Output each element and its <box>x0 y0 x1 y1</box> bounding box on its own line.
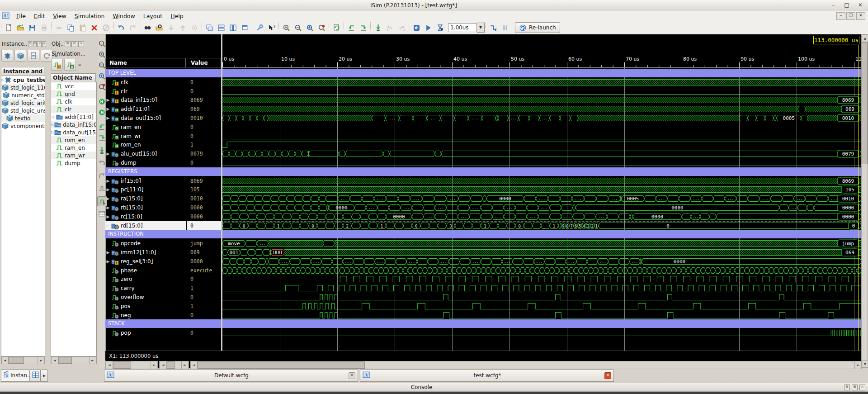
waveform-rc[interactable]: 0000..................0000...0000 <box>222 212 861 221</box>
waveform-reg_sel[interactable]: ....................................0000 <box>222 257 861 266</box>
signal-row-clk[interactable]: Iclk <box>105 78 186 87</box>
expander-icon[interactable]: ▶ <box>105 196 111 201</box>
group-divider-top-level[interactable]: TOP LEVEL <box>105 69 189 77</box>
wave-tool-zoomout-button[interactable] <box>97 61 106 70</box>
object-item-data_in[interactable]: ▷data_in[15:0] <box>51 121 96 128</box>
value-hscrollbar[interactable]: ◄ ► <box>159 361 189 369</box>
objects-tool-outputs-button[interactable]: O <box>64 59 76 71</box>
expander-icon[interactable]: ▷ <box>105 223 111 228</box>
wave-tool-undosm-button[interactable] <box>97 158 106 167</box>
waveform-addr[interactable]: 069 <box>222 104 861 114</box>
panel-close-icon[interactable]: × <box>78 41 84 47</box>
waveform-dump[interactable] <box>222 158 861 167</box>
object-item-data_out[interactable]: ▷data_out[15:0] <box>51 128 96 136</box>
signal-row-carry[interactable]: ·carry <box>105 284 186 293</box>
signal-row-data_out[interactable]: ▶Odata_out[15:0] <box>105 114 186 123</box>
waveform-alu_out[interactable]: 0079 <box>222 149 861 158</box>
wave-tool-toend-button[interactable] <box>97 108 106 117</box>
panel-close-icon[interactable]: × <box>42 41 46 47</box>
signal-row-reg_sel[interactable]: ▶Ireg_sel[3:0] <box>105 257 186 266</box>
scroll-left-icon[interactable]: ◄ <box>190 361 198 369</box>
expander-icon[interactable]: ▷ <box>51 115 56 119</box>
waveform-phase[interactable] <box>222 266 861 275</box>
waveform-data_out[interactable]: ...............00050010 <box>222 114 861 123</box>
signal-row-pos[interactable]: ·pos <box>105 302 186 311</box>
signal-row-rom_en[interactable]: Orom_en <box>105 140 186 149</box>
relaunch-button[interactable]: Re-launch <box>515 22 560 33</box>
signal-row-ram_en[interactable]: Oram_en <box>105 123 186 132</box>
waveform-pop[interactable] <box>222 328 861 337</box>
scroll-left-icon[interactable]: ◄ <box>106 361 113 369</box>
waveform-neg[interactable] <box>222 311 861 320</box>
object-item-rom_en[interactable]: rom_en <box>51 136 96 144</box>
cascade-windows-button[interactable] <box>203 22 215 33</box>
time-cursor-line[interactable] <box>859 45 859 351</box>
tile-vertical-button[interactable] <box>227 22 239 33</box>
copy-button[interactable] <box>65 22 76 33</box>
waveform-ram_en[interactable] <box>222 123 861 132</box>
run-all-button[interactable] <box>422 22 434 33</box>
tab-overflow-arrow[interactable]: ▶ <box>41 369 48 382</box>
zoom-in-button[interactable] <box>280 22 292 33</box>
mdi-minimize-icon[interactable]: – <box>836 12 845 20</box>
waveform-clr[interactable] <box>222 87 861 96</box>
waveform-rd[interactable]: 010210310198765432100 <box>222 221 861 230</box>
signal-row-data_in[interactable]: ▶Idata_in[15:0] <box>105 95 186 104</box>
float-icon[interactable]: ↗ <box>38 41 41 47</box>
object-item-clr[interactable]: clr <box>51 105 96 113</box>
wave-tool-tablegrid-button[interactable] <box>97 209 106 218</box>
signal-row-addr[interactable]: ▶Oaddr[11:0] <box>105 104 186 114</box>
expander-icon[interactable]: ▶ <box>105 107 111 111</box>
signal-row-opcode[interactable]: ·opcode <box>105 239 186 248</box>
run-time-value[interactable]: 1.00us <box>448 23 477 32</box>
maximize-icon[interactable]: □ <box>841 1 853 9</box>
menu-simulation[interactable]: Simulation <box>71 12 109 20</box>
waveform-data_in[interactable]: 8069 <box>222 95 861 104</box>
object-item-dump[interactable]: dump <box>51 159 96 167</box>
scroll-up-icon[interactable]: ▲ <box>862 35 868 42</box>
waveform-ra[interactable]: ............0000.........0005...........… <box>222 194 861 203</box>
expander-icon[interactable]: ▶ <box>105 179 111 183</box>
waveform-carry[interactable] <box>222 284 861 293</box>
float-window-button[interactable] <box>239 22 250 33</box>
signal-row-phase[interactable]: ·phase <box>105 266 186 275</box>
scroll-left-icon[interactable]: ◄ <box>160 361 167 369</box>
open-button[interactable] <box>14 22 26 33</box>
instance-item-cpu_testbench[interactable]: ▷cpu_testbench <box>1 76 45 84</box>
wave-hscrollbar[interactable]: ◄ ► <box>190 361 862 369</box>
undock-icon[interactable]: ⊟ <box>33 41 37 47</box>
waveform-clk[interactable] <box>222 78 861 87</box>
undock-icon[interactable]: ⊟ <box>71 41 77 47</box>
console-restore-icon[interactable]: ⊟ <box>844 385 850 390</box>
signal-row-neg[interactable]: ·neg <box>105 311 186 320</box>
scroll-left-icon[interactable]: ◄ <box>1 356 9 364</box>
expander-icon[interactable]: ▶ <box>105 116 111 120</box>
zoom-full-button[interactable] <box>304 22 316 33</box>
signal-row-pop[interactable]: ·pop <box>105 328 186 337</box>
scroll-right-icon[interactable]: ► <box>38 356 45 364</box>
delete-button[interactable] <box>88 22 100 33</box>
scroll-left-icon[interactable]: ◄ <box>51 356 58 364</box>
menu-file[interactable]: File <box>12 12 30 20</box>
scroll-right-icon[interactable]: ► <box>89 356 96 364</box>
wave-tool-mag-button[interactable] <box>97 39 106 48</box>
signal-row-imm12[interactable]: ▶·imm12[11:0] <box>105 248 186 257</box>
objects-tool-inputs-button[interactable]: I <box>51 59 63 71</box>
run-time-combo[interactable]: 1.00us▼ <box>448 23 485 33</box>
instance-item-std_logic_1164[interactable]: std_logic_1164 <box>1 84 45 91</box>
instance-item-vcomponents[interactable]: vcomponents <box>1 122 45 130</box>
signal-row-rd[interactable]: ▷·rd[15:0] <box>105 221 186 230</box>
find-button[interactable] <box>142 22 153 33</box>
instances-column-header[interactable]: Instance and Proc <box>1 67 44 76</box>
waveform-pc[interactable]: 105 <box>222 185 861 194</box>
wave-tool-edgenext-button[interactable] <box>97 133 106 142</box>
waveform-rb[interactable]: 0000..................0000...0000 <box>222 203 861 212</box>
restart-button[interactable] <box>410 22 422 33</box>
mdi-restore-icon[interactable]: ❐ <box>846 12 855 20</box>
expander-icon[interactable]: ▶ <box>105 98 111 102</box>
waveform-ir[interactable]: 8069 <box>222 176 861 185</box>
expander-icon[interactable]: ▶ <box>105 187 111 192</box>
run-for-time-button[interactable] <box>434 22 446 33</box>
chevron-down-icon[interactable]: ▼ <box>477 23 485 33</box>
signal-row-dump[interactable]: ·dump <box>105 158 186 167</box>
